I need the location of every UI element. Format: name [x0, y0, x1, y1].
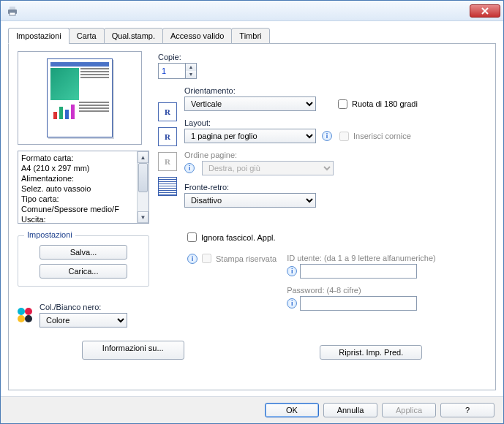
ok-button[interactable]: OK — [265, 403, 319, 417]
settings-group: Impostazioni Salva... Carica... — [18, 235, 149, 287]
dialog-button-bar: OK Annulla Applica ? — [1, 396, 503, 423]
secure-checkbox — [202, 254, 211, 263]
close-button[interactable] — [470, 4, 500, 18]
color-icon — [18, 308, 35, 322]
group-title: Impostazioni — [24, 230, 75, 239]
spec-line: A4 (210 x 297 mm) — [21, 163, 134, 173]
spec-line: Selez. auto vassoio — [21, 183, 134, 194]
copies-label: Copie: — [158, 53, 486, 61]
cancel-button[interactable]: Annulla — [323, 403, 377, 417]
tab-panel: Formato carta: A4 (210 x 297 mm) Aliment… — [8, 43, 496, 390]
svg-rect-1 — [10, 7, 15, 10]
tabstrip: Impostazioni Carta Qual.stamp. Accesso v… — [8, 28, 496, 44]
spec-line: Comune/Spessore medio/F — [21, 204, 134, 214]
apply-button: Applica — [382, 403, 436, 417]
paper-spec-list: Formato carta: A4 (210 x 297 mm) Aliment… — [18, 151, 137, 223]
scroll-up-icon[interactable]: ▲ — [138, 151, 148, 163]
order-select: Destra, poi giù — [202, 161, 334, 175]
duplex-icon — [158, 177, 177, 196]
spec-line: Formato carta: — [21, 153, 134, 163]
svg-rect-2 — [10, 12, 15, 15]
duplex-label: Fronte-retro: — [184, 183, 486, 192]
tab-qualstamp[interactable]: Qual.stamp. — [104, 28, 163, 44]
ignore-collate-label: Ignora fascicol. Appl. — [201, 233, 276, 242]
load-button[interactable]: Carica... — [40, 264, 127, 279]
spin-down-icon[interactable]: ▼ — [186, 71, 196, 78]
titlebar — [1, 1, 503, 21]
print-dialog: Impostazioni Carta Qual.stamp. Accesso v… — [0, 0, 504, 424]
orientation-icon: R — [158, 102, 177, 121]
secure-label: Stampa riservata — [216, 254, 277, 263]
info-icon[interactable]: i — [287, 298, 297, 308]
rotate-checkbox[interactable] — [338, 99, 347, 109]
frame-checkbox — [339, 132, 349, 141]
order-icon: R — [158, 152, 177, 171]
tab-timbri[interactable]: Timbri — [231, 28, 269, 44]
info-icon[interactable]: i — [184, 163, 195, 173]
layout-icon: R — [158, 127, 177, 146]
scroll-thumb[interactable] — [138, 163, 148, 192]
color-select[interactable]: Colore — [40, 313, 127, 328]
paper-spec-box: Formato carta: A4 (210 x 297 mm) Aliment… — [18, 151, 149, 224]
info-icon[interactable]: i — [187, 254, 198, 264]
orientation-label: Orientamento: — [184, 86, 486, 95]
spec-scrollbar[interactable]: ▲ ▼ — [137, 151, 148, 223]
duplex-select[interactable]: Disattivo — [184, 193, 316, 208]
layout-label: Layout: — [184, 118, 486, 127]
close-icon — [481, 7, 489, 15]
page-preview — [18, 51, 142, 145]
orientation-select[interactable]: Verticale — [184, 96, 316, 111]
scroll-down-icon[interactable]: ▼ — [138, 211, 148, 223]
color-label: Col./Bianco nero: — [40, 303, 149, 311]
reset-defaults-button[interactable]: Riprist. Imp. Pred. — [320, 345, 422, 360]
help-button[interactable]: ? — [440, 403, 494, 417]
password-input — [300, 296, 417, 311]
tab-accesso[interactable]: Accesso valido — [162, 28, 232, 44]
order-label: Ordine pagine: — [184, 151, 486, 159]
layout-select[interactable]: 1 pagina per foglio — [184, 129, 316, 143]
tab-impostazioni[interactable]: Impostazioni — [8, 28, 69, 44]
content: Impostazioni Carta Qual.stamp. Accesso v… — [1, 21, 503, 396]
copies-spinner[interactable]: ▲▼ — [158, 63, 197, 79]
printer-icon — [7, 5, 18, 17]
info-icon[interactable]: i — [287, 266, 297, 276]
userid-label: ID utente: (da 1 a 9 lettere alfanumeric… — [287, 254, 486, 262]
spec-line: Alimentazione: — [21, 173, 134, 183]
userid-input — [300, 264, 417, 279]
save-button[interactable]: Salva... — [40, 245, 127, 260]
frame-label: Inserisci cornice — [353, 132, 411, 140]
spin-up-icon[interactable]: ▲ — [186, 64, 196, 71]
tab-carta[interactable]: Carta — [69, 28, 105, 44]
info-icon[interactable]: i — [322, 131, 332, 141]
about-button[interactable]: Informazioni su... — [82, 341, 184, 360]
ignore-collate-checkbox[interactable] — [187, 232, 197, 242]
copies-input[interactable] — [159, 64, 185, 78]
spec-line: Uscita: — [21, 214, 134, 223]
password-label: Password: (4-8 cifre) — [287, 286, 486, 295]
rotate-label: Ruota di 180 gradi — [352, 99, 418, 108]
spec-line: Tipo carta: — [21, 194, 134, 204]
